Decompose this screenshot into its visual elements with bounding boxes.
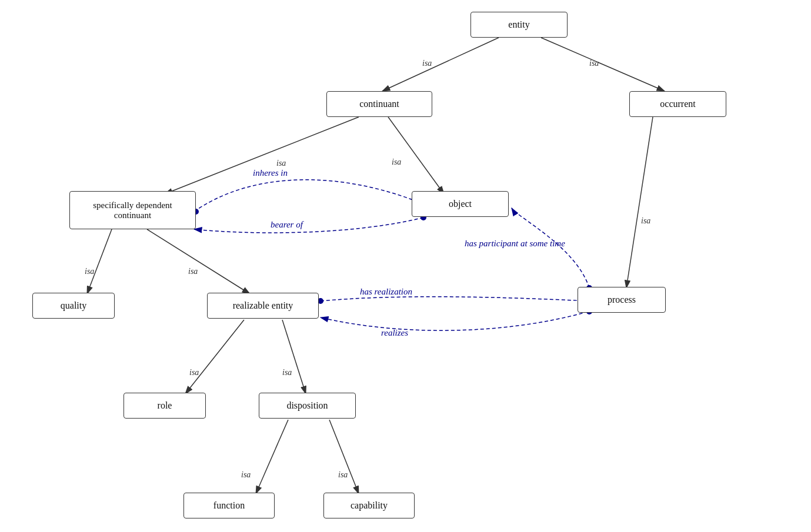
ontology-diagram: entity continuant occurrent specifically… (0, 0, 811, 532)
edge-label-bearer-of: bearer of (271, 220, 303, 230)
svg-line-10 (282, 320, 306, 394)
edge-label-isa-1: isa (422, 59, 432, 68)
diagram-svg (0, 0, 811, 532)
node-function: function (183, 493, 275, 518)
edge-label-isa-6: isa (188, 267, 198, 276)
svg-line-6 (87, 229, 112, 294)
edge-label-isa-9: isa (282, 368, 292, 377)
node-disposition: disposition (259, 393, 356, 419)
node-process: process (578, 287, 666, 313)
edge-label-isa-10: isa (241, 470, 251, 480)
svg-line-4 (165, 117, 359, 194)
svg-line-11 (256, 420, 288, 494)
edge-label-isa-8: isa (189, 368, 199, 377)
edge-label-isa-11: isa (338, 470, 348, 480)
svg-line-9 (185, 320, 244, 394)
node-entity: entity (470, 12, 568, 38)
node-continuant: continuant (326, 91, 432, 117)
edge-label-isa-3: isa (276, 159, 286, 168)
edge-label-isa-7: isa (641, 216, 650, 226)
svg-line-3 (541, 38, 665, 91)
edge-label-has-realization: has realization (360, 287, 412, 297)
node-sdc: specifically dependentcontinuant (69, 191, 196, 229)
svg-line-2 (382, 38, 499, 91)
edge-label-inheres-in: inheres in (253, 168, 288, 178)
svg-line-12 (329, 420, 359, 494)
edge-label-isa-2: isa (589, 59, 599, 68)
edge-label-has-participant: has participant at some time (465, 239, 565, 249)
svg-line-7 (147, 229, 250, 294)
svg-line-8 (626, 117, 653, 288)
node-occurrent: occurrent (629, 91, 726, 117)
node-object: object (412, 191, 509, 217)
node-role: role (124, 393, 206, 419)
svg-line-5 (388, 117, 444, 194)
edge-label-isa-4: isa (392, 158, 401, 167)
edge-label-realizes: realizes (381, 328, 408, 338)
node-realizable: realizable entity (207, 293, 319, 319)
node-capability: capability (323, 493, 415, 518)
edge-label-isa-5: isa (85, 267, 94, 276)
node-quality: quality (32, 293, 115, 319)
